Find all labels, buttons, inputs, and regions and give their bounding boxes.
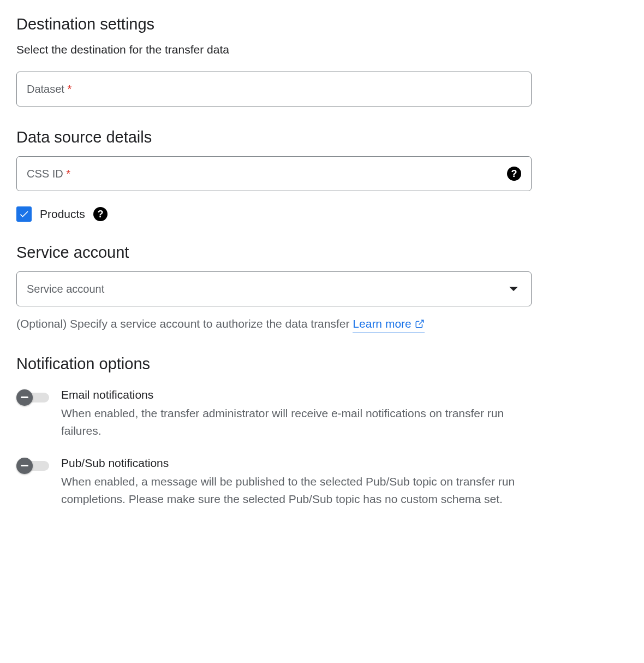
email-notifications-row: Email notifications When enabled, the tr… (16, 388, 628, 440)
pubsub-notifications-row: Pub/Sub notifications When enabled, a me… (16, 457, 628, 508)
notification-options-section: Notification options Email notifications… (16, 355, 628, 508)
data-source-details-section: Data source details CSS ID * ? Products … (16, 128, 628, 222)
external-link-icon (415, 319, 425, 329)
svg-line-0 (419, 320, 423, 324)
service-account-label: Service account (27, 283, 509, 295)
help-icon[interactable]: ? (93, 207, 108, 221)
pubsub-notifications-label: Pub/Sub notifications (61, 457, 536, 470)
email-notifications-toggle[interactable] (16, 389, 50, 406)
css-id-input[interactable]: CSS ID * ? (16, 156, 532, 191)
email-notifications-desc: When enabled, the transfer administrator… (61, 405, 536, 440)
dataset-input[interactable]: Dataset * (16, 72, 532, 106)
destination-subtitle: Select the destination for the transfer … (16, 43, 628, 56)
service-account-helper: (Optional) Specify a service account to … (16, 315, 628, 333)
destination-title: Destination settings (16, 15, 628, 33)
notification-title: Notification options (16, 355, 628, 373)
products-label: Products (40, 208, 85, 221)
pubsub-notifications-desc: When enabled, a message will be publishe… (61, 473, 536, 508)
email-notifications-label: Email notifications (61, 388, 536, 401)
css-id-label: CSS ID * (27, 168, 507, 180)
products-checkbox[interactable] (16, 206, 32, 222)
pubsub-notifications-toggle[interactable] (16, 458, 50, 474)
products-checkbox-row: Products ? (16, 206, 628, 222)
learn-more-link[interactable]: Learn more (353, 315, 424, 333)
service-account-title: Service account (16, 244, 628, 262)
destination-settings-section: Destination settings Select the destinat… (16, 15, 628, 106)
help-icon[interactable]: ? (507, 167, 521, 181)
dataset-label: Dataset * (27, 83, 521, 96)
service-account-section: Service account Service account (Optiona… (16, 244, 628, 333)
service-account-select[interactable]: Service account (16, 271, 532, 306)
data-source-title: Data source details (16, 128, 628, 146)
chevron-down-icon (509, 287, 518, 291)
